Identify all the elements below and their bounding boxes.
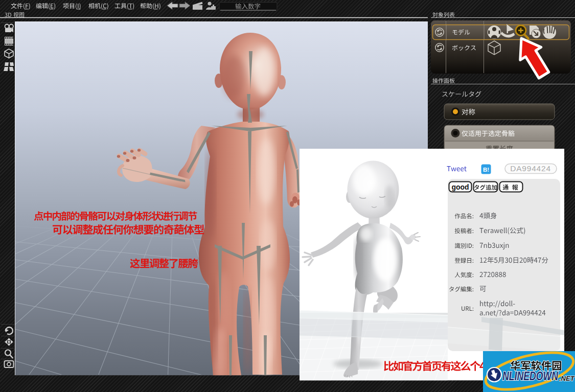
svg-text:.NET: .NET [559,375,575,382]
svg-text:DA994424: DA994424 [510,164,551,173]
svg-text:NLINEDOWN: NLINEDOWN [502,370,558,383]
svg-text:good: good [451,183,469,191]
svg-text:B!: B! [483,167,489,173]
